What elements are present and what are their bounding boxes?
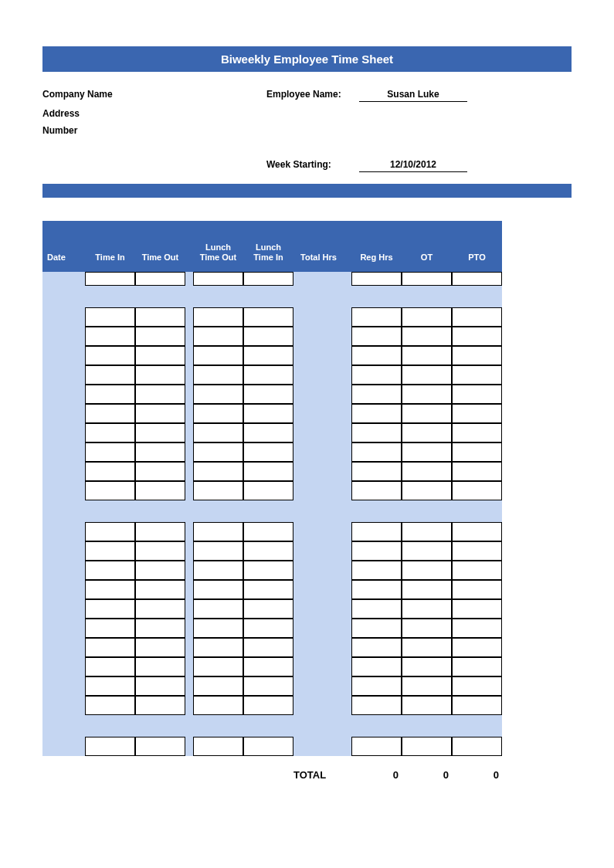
table-cell[interactable] [135, 462, 185, 481]
table-cell[interactable] [402, 307, 452, 327]
table-cell[interactable] [243, 541, 293, 561]
table-cell[interactable] [135, 541, 185, 561]
table-cell[interactable] [243, 599, 293, 619]
table-cell[interactable] [243, 737, 293, 756]
table-cell[interactable] [243, 423, 293, 442]
table-cell[interactable] [351, 462, 402, 481]
table-cell[interactable] [135, 423, 185, 442]
table-cell[interactable] [452, 676, 502, 696]
table-cell[interactable] [135, 619, 185, 638]
table-cell[interactable] [402, 385, 452, 404]
table-cell[interactable] [193, 580, 243, 599]
table-cell[interactable] [351, 599, 402, 619]
table-cell[interactable] [452, 272, 502, 286]
table-cell[interactable] [452, 365, 502, 385]
table-cell[interactable] [351, 580, 402, 599]
table-cell[interactable] [243, 638, 293, 657]
table-cell[interactable] [351, 385, 402, 404]
table-cell[interactable] [452, 657, 502, 676]
table-cell[interactable] [193, 737, 243, 756]
table-cell[interactable] [351, 676, 402, 696]
table-cell[interactable] [193, 522, 243, 541]
table-cell[interactable] [193, 365, 243, 385]
table-cell[interactable] [351, 346, 402, 365]
table-cell[interactable] [85, 462, 135, 481]
table-cell[interactable] [135, 307, 185, 327]
table-cell[interactable] [135, 272, 185, 286]
table-cell[interactable] [193, 541, 243, 561]
table-cell[interactable] [85, 307, 135, 327]
table-cell[interactable] [193, 404, 243, 423]
table-cell[interactable] [351, 404, 402, 423]
table-cell[interactable] [135, 442, 185, 462]
table-cell[interactable] [243, 522, 293, 541]
table-cell[interactable] [243, 365, 293, 385]
table-cell[interactable] [402, 365, 452, 385]
table-cell[interactable] [243, 442, 293, 462]
table-cell[interactable] [85, 561, 135, 580]
table-cell[interactable] [243, 272, 293, 286]
table-cell[interactable] [85, 580, 135, 599]
table-cell[interactable] [402, 442, 452, 462]
table-cell[interactable] [85, 619, 135, 638]
table-cell[interactable] [402, 272, 452, 286]
table-cell[interactable] [85, 541, 135, 561]
table-cell[interactable] [193, 599, 243, 619]
table-cell[interactable] [402, 346, 452, 365]
table-cell[interactable] [135, 638, 185, 657]
table-cell[interactable] [351, 272, 402, 286]
table-cell[interactable] [243, 385, 293, 404]
table-cell[interactable] [85, 327, 135, 346]
table-cell[interactable] [135, 404, 185, 423]
table-cell[interactable] [85, 599, 135, 619]
table-cell[interactable] [85, 385, 135, 404]
table-cell[interactable] [351, 657, 402, 676]
table-cell[interactable] [243, 346, 293, 365]
table-cell[interactable] [402, 423, 452, 442]
table-cell[interactable] [243, 561, 293, 580]
table-cell[interactable] [193, 307, 243, 327]
table-cell[interactable] [85, 696, 135, 715]
table-cell[interactable] [135, 481, 185, 500]
table-cell[interactable] [243, 481, 293, 500]
table-cell[interactable] [243, 580, 293, 599]
table-cell[interactable] [243, 327, 293, 346]
table-cell[interactable] [452, 462, 502, 481]
table-cell[interactable] [85, 423, 135, 442]
table-cell[interactable] [193, 481, 243, 500]
table-cell[interactable] [193, 676, 243, 696]
table-cell[interactable] [452, 307, 502, 327]
table-cell[interactable] [452, 599, 502, 619]
table-cell[interactable] [135, 599, 185, 619]
table-cell[interactable] [135, 522, 185, 541]
table-cell[interactable] [85, 272, 135, 286]
table-cell[interactable] [402, 462, 452, 481]
table-cell[interactable] [193, 696, 243, 715]
table-cell[interactable] [452, 561, 502, 580]
table-cell[interactable] [193, 619, 243, 638]
table-cell[interactable] [351, 327, 402, 346]
table-cell[interactable] [452, 737, 502, 756]
table-cell[interactable] [135, 676, 185, 696]
table-cell[interactable] [135, 657, 185, 676]
table-cell[interactable] [85, 657, 135, 676]
table-cell[interactable] [402, 638, 452, 657]
table-cell[interactable] [85, 638, 135, 657]
table-cell[interactable] [135, 580, 185, 599]
table-cell[interactable] [452, 541, 502, 561]
table-cell[interactable] [193, 638, 243, 657]
table-cell[interactable] [351, 541, 402, 561]
table-cell[interactable] [85, 404, 135, 423]
table-cell[interactable] [85, 481, 135, 500]
table-cell[interactable] [243, 676, 293, 696]
table-cell[interactable] [135, 696, 185, 715]
table-cell[interactable] [135, 346, 185, 365]
table-cell[interactable] [402, 599, 452, 619]
table-cell[interactable] [135, 327, 185, 346]
table-cell[interactable] [402, 541, 452, 561]
table-cell[interactable] [351, 307, 402, 327]
table-cell[interactable] [135, 737, 185, 756]
table-cell[interactable] [351, 619, 402, 638]
table-cell[interactable] [402, 657, 452, 676]
table-cell[interactable] [351, 423, 402, 442]
